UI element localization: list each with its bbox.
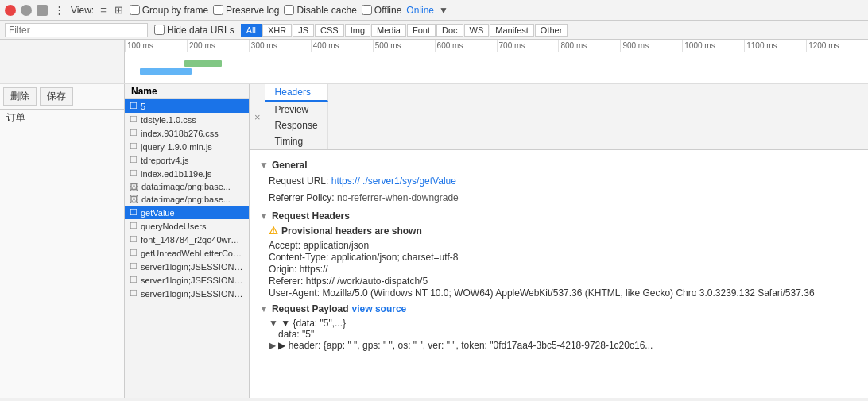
disable-cache-input[interactable]: [284, 5, 294, 15]
timeline-label-1200ms: 1200 ms: [806, 40, 868, 52]
timeline-label-200ms: 200 ms: [187, 40, 249, 52]
list-item-text: index.ed1b119e.js: [141, 169, 211, 179]
filter-input[interactable]: [5, 23, 148, 37]
list-item-text: 5: [141, 102, 145, 111]
list-item-text: getValue: [141, 208, 175, 218]
payload-data-row: data: "5": [278, 329, 858, 340]
list-item-text: getUnreadWebLetterCount: [141, 249, 244, 258]
left-column: 删除 保存 订单: [0, 84, 125, 398]
delete-button[interactable]: 删除: [3, 87, 37, 106]
view-label: View:: [71, 5, 94, 16]
file-icon: ☐: [130, 168, 138, 179]
general-arrow: ▼: [259, 160, 269, 171]
list-item[interactable]: ☐tdstyle.1.0.css: [125, 113, 249, 126]
payload-arrow: ▼: [259, 303, 269, 314]
record-button[interactable]: [5, 5, 16, 16]
payload-expand-arrow[interactable]: ▼: [269, 318, 278, 329]
timeline-labels: 100 ms200 ms300 ms400 ms500 ms600 ms700 …: [125, 40, 868, 52]
panel-tab-timing[interactable]: Timing: [265, 133, 328, 149]
list-item[interactable]: ☐index.9318b276.css: [125, 126, 249, 140]
panel-tab-preview[interactable]: Preview: [265, 102, 328, 118]
file-icon: 🖼: [130, 195, 138, 204]
timeline-bars: [125, 52, 868, 83]
preserve-log-input[interactable]: [213, 5, 223, 15]
type-tab-doc[interactable]: Doc: [436, 24, 463, 37]
clear-button[interactable]: [21, 5, 32, 16]
timeline-label-400ms: 400 ms: [311, 40, 373, 52]
type-tab-media[interactable]: Media: [371, 24, 406, 37]
list-item[interactable]: ☐getUnreadWebLetterCount: [125, 246, 249, 260]
hide-data-urls-checkbox[interactable]: Hide data URLs: [154, 25, 234, 36]
list-item[interactable]: ☐server1login;JSESSIONID=74f8448b-67d3-4…: [125, 260, 249, 273]
list-item-text: data:image/png;base...: [141, 182, 231, 191]
timeline-bar-2: [140, 68, 192, 75]
hide-data-urls-input[interactable]: [154, 25, 165, 35]
list-item-text: index.9318b276.css: [141, 129, 219, 138]
panel-tab-headers[interactable]: Headers: [265, 84, 328, 102]
preserve-log-checkbox[interactable]: Preserve log: [213, 5, 279, 16]
list-item[interactable]: ☐server1login;JSESSIONID=54b00ecc-2cc0-4…: [125, 273, 249, 287]
request-headers-arrow: ▼: [259, 210, 269, 222]
type-tab-manifest[interactable]: Manifest: [490, 24, 534, 37]
type-tabs: AllXHRJSCSSImgMediaFontDocWSManifestOthe…: [241, 24, 568, 37]
type-tab-img[interactable]: Img: [345, 24, 370, 37]
name-column-header: Name: [125, 84, 249, 99]
panel-close-button[interactable]: ×: [250, 110, 265, 125]
list-item[interactable]: ☐server1login;JSESSIONID=33e46c8c-52ba-4…: [125, 287, 249, 300]
panel-tab-response[interactable]: Response: [265, 118, 328, 133]
list-item[interactable]: ☐5: [125, 99, 249, 113]
filter-button[interactable]: [37, 5, 48, 16]
top-toolbar: ⋮ View: ≡ ⊞ Group by frame Preserve log …: [0, 0, 868, 21]
user-agent-row: User-Agent: Mozilla/5.0 (Windows NT 10.0…: [269, 287, 858, 299]
timeline-label-700ms: 700 ms: [497, 40, 559, 52]
group-by-frame-input[interactable]: [130, 5, 140, 15]
dropdown-icon[interactable]: ▼: [439, 5, 448, 16]
list-item-text: queryNodeUsers: [141, 222, 207, 231]
request-payload-section: ▼ Request Payload view source: [259, 303, 858, 314]
offline-input[interactable]: [362, 5, 372, 15]
list-item-text: tdreportv4.js: [141, 156, 189, 165]
type-tab-xhr[interactable]: XHR: [262, 24, 292, 37]
header-expand-arrow[interactable]: ▶: [269, 340, 276, 351]
timeline-container: 100 ms200 ms300 ms400 ms500 ms600 ms700 …: [0, 40, 868, 84]
list-item[interactable]: ☐queryNodeUsers: [125, 219, 249, 233]
content-type-row: Content-Type: application/json; charset=…: [269, 252, 858, 263]
disable-cache-checkbox[interactable]: Disable cache: [284, 5, 356, 16]
type-tab-all[interactable]: All: [241, 24, 262, 37]
save-button[interactable]: 保存: [40, 87, 73, 106]
filter-row: Hide data URLs AllXHRJSCSSImgMediaFontDo…: [0, 21, 868, 40]
type-tab-font[interactable]: Font: [407, 24, 436, 37]
panel-content: ▼ General Request URL: https:// ./server…: [250, 150, 868, 398]
network-list: Name ☐5☐tdstyle.1.0.css☐index.9318b276.c…: [125, 84, 250, 398]
offline-checkbox[interactable]: Offline: [362, 5, 401, 16]
provisional-notice: ⚠ Provisional headers are shown: [269, 225, 858, 237]
list-item[interactable]: 🖼data:image/png;base...: [125, 193, 249, 206]
list-item-text: server1login;JSESSIONID=74f8448b-67d3-4f…: [141, 262, 244, 272]
list-item[interactable]: ☐jquery-1.9.0.min.js: [125, 140, 249, 153]
list-item[interactable]: ☐font_148784_r2qo40wrmaolayvi.woff: [125, 233, 249, 246]
type-tab-css[interactable]: CSS: [315, 24, 344, 37]
timeline-label-900ms: 900 ms: [620, 40, 682, 52]
list-item[interactable]: 🖼data:image/png;base...: [125, 180, 249, 193]
type-tab-ws[interactable]: WS: [464, 24, 490, 37]
file-icon: ☐: [130, 261, 138, 272]
left-actions: 删除 保存: [0, 84, 124, 110]
list-item[interactable]: ☐tdreportv4.js: [125, 153, 249, 167]
type-tab-js[interactable]: JS: [293, 24, 314, 37]
accept-row: Accept: application/json: [269, 240, 858, 251]
view-source-link[interactable]: view source: [352, 303, 407, 314]
timeline-left: [0, 40, 125, 83]
view-option2-icon[interactable]: ⊞: [113, 4, 125, 16]
online-label[interactable]: Online: [406, 5, 434, 16]
group-by-frame-checkbox[interactable]: Group by frame: [130, 5, 208, 16]
panel-tabs-container: HeadersPreviewResponseTiming: [265, 84, 328, 149]
list-label: 订单: [0, 110, 124, 126]
request-headers-section: ▼ Request Headers: [259, 210, 858, 222]
list-item[interactable]: ☐getValue: [125, 206, 249, 219]
list-item[interactable]: ☐index.ed1b119e.js: [125, 167, 249, 180]
view-option1-icon[interactable]: ≡: [99, 4, 108, 16]
file-icon: ☐: [130, 128, 138, 138]
timeline-label-300ms: 300 ms: [249, 40, 311, 52]
file-icon: ☐: [130, 248, 138, 258]
type-tab-other[interactable]: Other: [535, 24, 568, 37]
